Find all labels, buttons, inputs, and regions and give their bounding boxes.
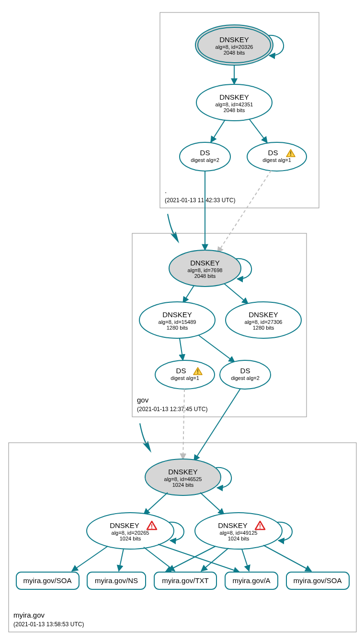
record-soa-1: myira.gov/SOA (16, 572, 79, 589)
svg-text:DS: DS (200, 149, 210, 157)
svg-text:2048 bits: 2048 bits (224, 50, 245, 56)
record-txt: myira.gov/TXT (154, 572, 216, 589)
svg-text:DS: DS (240, 367, 250, 375)
svg-text:!: ! (290, 150, 292, 157)
svg-text:myira.gov/TXT: myira.gov/TXT (162, 576, 209, 585)
zone-delegation-arrow (167, 214, 179, 243)
svg-text:alg=8, id=46525: alg=8, id=46525 (164, 476, 202, 482)
svg-point-9 (180, 142, 230, 171)
node-gov-ksk: DNSKEY alg=8, id=7698 2048 bits (169, 250, 241, 287)
svg-text:digest alg=2: digest alg=2 (191, 157, 219, 163)
svg-text:myira.gov/SOA: myira.gov/SOA (294, 576, 342, 585)
svg-text:DNSKEY: DNSKEY (249, 310, 278, 319)
svg-text:digest alg=1: digest alg=1 (171, 375, 199, 381)
svg-text:alg=8, id=7698: alg=8, id=7698 (188, 267, 223, 273)
svg-text:DNSKEY: DNSKEY (219, 93, 249, 101)
svg-text:DS: DS (176, 367, 186, 375)
svg-text:alg=8, id=15489: alg=8, id=15489 (159, 319, 196, 325)
svg-text:DNSKEY: DNSKEY (168, 468, 198, 476)
node-root-ds1: DS digest alg=1 ! (247, 142, 307, 171)
svg-text:DNSKEY: DNSKEY (219, 35, 249, 44)
svg-text:DNSKEY: DNSKEY (218, 521, 248, 529)
zone-label-myira: myira.gov (13, 611, 45, 619)
svg-text:myira.gov/A: myira.gov/A (232, 576, 270, 585)
node-gov-ds2: DS digest alg=2 (220, 360, 271, 389)
svg-text:!: ! (197, 368, 199, 375)
svg-text:myira.gov/NS: myira.gov/NS (95, 576, 138, 585)
svg-text:DNSKEY: DNSKEY (162, 310, 192, 319)
node-gov-zsk2: DNSKEY alg=8, id=27306 1280 bits (226, 302, 301, 338)
svg-text:alg=8, id=20265: alg=8, id=20265 (112, 530, 149, 536)
svg-text:2048 bits: 2048 bits (224, 107, 245, 113)
svg-text:2048 bits: 2048 bits (194, 273, 216, 279)
svg-text:alg=8, id=27306: alg=8, id=27306 (245, 319, 283, 325)
zone-delegation-arrow-2 (139, 423, 151, 453)
record-a: myira.gov/A (225, 572, 278, 589)
node-root-zsk: DNSKEY alg=8, id=42351 2048 bits (196, 84, 272, 121)
node-myira-ksk: DNSKEY alg=8, id=46525 1024 bits (145, 459, 221, 495)
zone-timestamp-root: (2021-01-13 11:42:33 UTC) (165, 197, 235, 204)
svg-text:alg=8, id=49125: alg=8, id=49125 (220, 530, 258, 536)
svg-text:DS: DS (268, 149, 278, 157)
svg-text:!: ! (259, 523, 261, 530)
svg-text:1024 bits: 1024 bits (172, 482, 194, 488)
svg-text:1024 bits: 1024 bits (120, 536, 141, 541)
node-root-ksk: DNSKEY alg=8, id=20326 2048 bits (195, 25, 273, 65)
node-gov-zsk1: DNSKEY alg=8, id=15489 1280 bits (139, 302, 215, 338)
dnssec-graph: . (2021-01-13 11:42:33 UTC) DNSKEY alg=8… (0, 0, 364, 643)
svg-text:DNSKEY: DNSKEY (190, 259, 220, 267)
svg-text:digest alg=2: digest alg=2 (231, 375, 260, 381)
svg-text:myira.gov/SOA: myira.gov/SOA (23, 576, 72, 585)
svg-text:DNSKEY: DNSKEY (110, 521, 139, 529)
zone-label-root: . (165, 186, 167, 195)
node-root-ds2: DS digest alg=2 (180, 142, 230, 171)
record-ns: myira.gov/NS (87, 572, 146, 589)
zone-timestamp-myira: (2021-01-13 13:58:53 UTC) (13, 621, 84, 628)
node-myira-zsk1: DNSKEY alg=8, id=20265 1024 bits ! (87, 513, 174, 549)
svg-text:1024 bits: 1024 bits (228, 536, 250, 541)
svg-text:alg=8, id=20326: alg=8, id=20326 (216, 44, 253, 50)
svg-point-28 (155, 360, 215, 389)
svg-text:alg=8, id=42351: alg=8, id=42351 (216, 102, 253, 107)
svg-text:1280 bits: 1280 bits (253, 325, 274, 331)
svg-text:1280 bits: 1280 bits (167, 325, 188, 331)
zone-timestamp-gov: (2021-01-13 12:37:45 UTC) (137, 406, 207, 413)
zone-label-gov: gov (137, 396, 149, 404)
svg-text:!: ! (151, 523, 153, 530)
svg-point-12 (247, 142, 307, 171)
node-gov-ds1: DS digest alg=1 ! (155, 360, 215, 389)
node-myira-zsk2: DNSKEY alg=8, id=49125 1024 bits ! (195, 513, 282, 549)
svg-point-32 (220, 360, 271, 389)
svg-text:digest alg=1: digest alg=1 (262, 157, 291, 163)
record-soa-2: myira.gov/SOA (286, 572, 349, 589)
